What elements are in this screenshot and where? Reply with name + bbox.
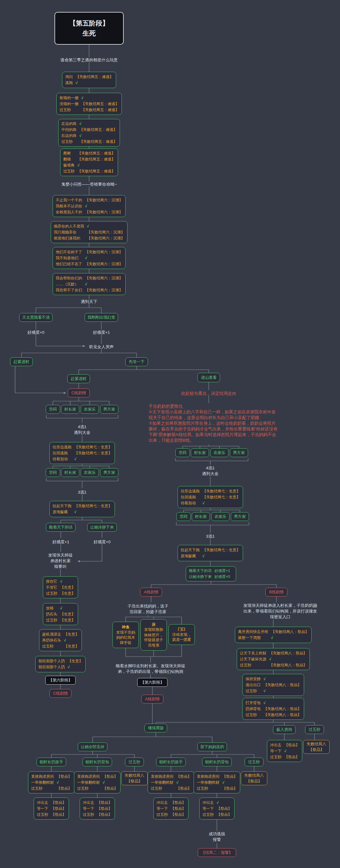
- c-line-1[interactable]: C线剧情: [68, 389, 90, 397]
- choice-hallucination[interactable]: 我刚刚出现幻觉: [85, 313, 118, 322]
- opt-hide-corner[interactable]: 爬树【失败结局五：难逃】翻墙【失败结局五：难逃】躲墙角√过五秒【失败结局五：难逃…: [60, 149, 118, 176]
- favor-0-a[interactable]: 好感度+0: [27, 330, 45, 335]
- fail8-box-2[interactable]: 失败结局八【祭品】: [121, 771, 148, 785]
- loc-nanfang-3[interactable]: 男方家: [230, 448, 248, 457]
- a-line-1[interactable]: A线剧情: [140, 588, 162, 596]
- choice-wait5-b[interactable]: 过五秒: [305, 725, 324, 734]
- opt-final-1[interactable]: 冲出去【祭品】等一下【祭品】过五秒【祭品】: [34, 798, 69, 819]
- opt-coffin-flip-2[interactable]: 直接跑进房间【祭品】一举推翻棺材√过五秒【祭品】: [74, 771, 120, 794]
- fail8-box-1[interactable]: 失败结局八【祭品】: [303, 740, 330, 754]
- b-line-text[interactable]: 发现张天师徒弟进入村长家，子浩奶奶蹦出来，带领着我们钻狗洞，并误打误撞发现密室入…: [243, 603, 317, 620]
- loc-nongjiale-4[interactable]: 农家乐: [211, 512, 229, 521]
- choice-wait5-d[interactable]: 过五秒: [245, 757, 263, 766]
- loc-nanfang-4[interactable]: 男方家: [231, 512, 249, 521]
- loc-nanfang-1[interactable]: 男方家: [100, 405, 118, 414]
- opt-rush-or-wait[interactable]: 冲出去【祭品】等一下√过五秒【祭品】: [267, 740, 302, 762]
- pick4-dajin-1[interactable]: 4选1遇到大金: [74, 424, 90, 435]
- ending-2[interactable]: 【结局二：报警】: [198, 848, 236, 857]
- loc-cunzhang-1[interactable]: 村长家: [61, 405, 79, 414]
- opt-coffin-leave[interactable]: 离开房间快去开棺【失败结局八：祭品】观察一下周围√: [235, 627, 312, 643]
- ghost-quiz-text[interactable]: 鬼婴小问答——答错要你命呦~: [61, 182, 117, 187]
- opt-cat-release[interactable]: 放猫√扔石头【生意】过五秒【生意】: [43, 603, 78, 625]
- opt-dajin-2[interactable]: 往旁边逃跑【失败结局七：生意】往回逃跑【失败结局七：生意】待着别动√: [177, 486, 243, 508]
- c-line-2[interactable]: C线剧情: [50, 689, 72, 698]
- fail8-box-3[interactable]: 失败结局八【祭品】: [241, 771, 267, 785]
- loc-nongjiale-3[interactable]: 农家乐: [210, 448, 229, 457]
- opt-dajin-1[interactable]: 往旁边逃跑【失败结局七：生意】往回逃跑【失败结局七：生意】待着别动√: [50, 442, 115, 464]
- choice-enter-village-1[interactable]: 赶紧进村: [10, 358, 33, 366]
- choice-enter-village-2[interactable]: 赶紧进村: [67, 374, 90, 383]
- opt-light[interactable]: 让天下关上棺材【失败结局八：祭品】让天下破坏光源√过五秒【失败结局八：祭品】: [237, 648, 310, 670]
- choice-enter-mountain[interactable]: 进山查看: [197, 373, 220, 382]
- door-box[interactable]: 门口没啥发现，就是一团雾: [168, 624, 195, 645]
- opt-cat-press[interactable]: 按住它√不管它【生意】过五秒【生意】: [43, 576, 78, 598]
- choice-drop-all[interactable]: 让她全部丢掉: [78, 742, 107, 751]
- opt-final-2[interactable]: 冲出去【祭品】等一下【祭品】过五秒【祭品】: [80, 798, 115, 819]
- opt-coffin-flip-3[interactable]: 直接跑进房间【祭品】一举推翻棺材√过五秒【祭品】: [148, 771, 194, 794]
- loc-nongjiale-2[interactable]: 农家乐: [81, 468, 99, 477]
- opt-three-roads[interactable]: 左边的路√中间的路【失败结局五：难逃】右边的路√过五秒【失败结局五：难逃】: [58, 119, 120, 147]
- loc-zongci-4[interactable]: 宗祠: [176, 512, 191, 521]
- opt-final-4[interactable]: 冲出去√等一下【祭品】过五秒【祭品】: [199, 798, 234, 819]
- choice-keep-gift[interactable]: 留下妈妈送的: [197, 742, 227, 751]
- shrine-box[interactable]: 神龛发现子浩妈妈的红线木牌手链: [112, 622, 139, 648]
- woman-cry-text[interactable]: 听见女人哭声: [89, 344, 114, 350]
- key-point-note[interactable]: 此处较为重点，决定结局走向: [181, 391, 236, 396]
- opt-backpack[interactable]: 打开背包√扔掉背包【失败结局八：祭品】过五秒【失败结局八：祭品】: [243, 698, 304, 720]
- loc-cunzhang-4[interactable]: 村长家: [192, 512, 210, 521]
- opt-final-3[interactable]: 冲出去【祭品】等一下【祭品】过五秒【祭品】: [153, 798, 189, 819]
- opt-pull-run-2[interactable]: 拉起天下跑【失败结局七：生意】原地躲藏√: [177, 545, 243, 561]
- opt-cat-side[interactable]: 有猫的一侧√没猫的一侧【失败结局五：难逃】过五秒【失败结局五：难逃】: [56, 93, 122, 115]
- choice-hide-room[interactable]: 躲入房间: [273, 725, 295, 734]
- opt-coffin-flip-4[interactable]: 直接跑进房间【祭品】一举推翻棺材√过五秒【祭品】: [194, 771, 240, 794]
- favor-1-b[interactable]: 好感度+1: [52, 539, 69, 545]
- bed-box[interactable]: 床发现双胞胎妹妹照片，怀疑就是子浩母亲: [140, 619, 167, 651]
- cat-howl-text[interactable]: 发现张天师徒弟进村长家猫要叫: [48, 553, 73, 569]
- opt-quiz-1[interactable]: 不止我一个干的【失败结局六：沉塘】我根本不认识你√全都是别人干的【失败结局六：沉…: [53, 195, 125, 217]
- loc-zongci-1[interactable]: 宗祠: [46, 405, 60, 414]
- loc-nanfang-2[interactable]: 男方家: [100, 468, 118, 477]
- loc-zongci-2[interactable]: 宗祠: [46, 468, 60, 477]
- loc-zongci-3[interactable]: 宗祠: [175, 448, 190, 457]
- orangebox-line: 失败结局八: [244, 773, 264, 778]
- choice-wait5-c[interactable]: 过五秒: [125, 757, 144, 766]
- choice-throw-bag-1[interactable]: 朝村长扔背包: [83, 757, 112, 766]
- stage6-left[interactable]: 【第六阶段】: [45, 676, 76, 685]
- meet-tianxia-text[interactable]: 遇到天下: [81, 299, 97, 305]
- b-line-1[interactable]: B线剧情: [265, 588, 287, 596]
- continue-deal[interactable]: 继续周旋: [144, 723, 167, 733]
- choice-wait-first[interactable]: 先等一下: [125, 358, 148, 366]
- stage5-title[interactable]: 【第五阶段】生死: [54, 12, 124, 45]
- pick3-2[interactable]: 3选1: [206, 534, 215, 539]
- choice-calm-her[interactable]: 让她冷静下来: [87, 523, 117, 532]
- opt-throw-stone[interactable]: 趁机溜进去【生意】再扔块石头√过五秒【生意】: [39, 629, 82, 651]
- loc-nongjiale-1[interactable]: 农家乐: [81, 405, 99, 414]
- opt-pull-run-1[interactable]: 拉起天下跑【失败结局七：生意】原地躲藏√: [50, 501, 115, 517]
- zihao-text[interactable]: 子浩出来找妈妈，送子浩回家，拍摄子浩家: [128, 603, 168, 615]
- intro-text[interactable]: 逃命第三季之遇的都是什么玩意: [60, 57, 118, 63]
- opt-coffin-flip-1[interactable]: 直接跑进房间【祭品】一举推翻棺材√过五秒【祭品】: [28, 771, 75, 794]
- choice-throw-bag-2[interactable]: 朝村长扔背包: [202, 757, 232, 766]
- choice-follow-words[interactable]: 顺着天下的话: [46, 523, 76, 532]
- escape-text[interactable]: 成功逃脱报警: [209, 831, 225, 842]
- loc-cunzhang-2[interactable]: 村长家: [61, 468, 79, 477]
- loc-cunzhang-3[interactable]: 村长家: [191, 448, 209, 457]
- opt-ask-run[interactable]: 询问【失败结局五：难逃】逃跑√: [62, 72, 116, 88]
- a-line-2[interactable]: A线剧情: [141, 695, 163, 704]
- opt-favor-pair[interactable]: 顺着天下的话好感度+1让她冷静下来好感度+0: [186, 566, 236, 581]
- grandma-note[interactable]: 子浩奶奶的爱恨仇①天下发现小美碑上的八字和自己一样，如果之前在农家院衣柜中发现关…: [149, 404, 278, 443]
- opt-throw-person[interactable]: 朝前面那个人扔【生意】朝后面那个人扔√: [35, 656, 86, 672]
- pick4-dajin-2[interactable]: 4选1遇到大金: [202, 465, 219, 477]
- favor-0-b[interactable]: 好感度+0: [93, 539, 111, 545]
- footprint-text[interactable]: 顺着水脚印走到村长家。发现张天师徒弟，子浩奶奶出现，带领我们钻狗洞: [116, 663, 186, 675]
- opt-quiet[interactable]: 保持安静√逃出出口【失败结局八：祭品】过五秒√: [243, 674, 304, 696]
- opt-quiz-2[interactable]: 抛弃你的人不是我√我只能抛弃你【失败结局六：沉塘】都是他们逼我的【失败结局六：沉…: [51, 221, 128, 243]
- choice-too-dark[interactable]: 天太黑我看不清: [19, 313, 53, 322]
- opt-quiz-4[interactable]: 我会帮助你们的【失败结局六：沉塘】……（沉默）√我也帮不了你们【失败结局六：沉塘…: [53, 273, 125, 295]
- pick3-1[interactable]: 3选1: [78, 490, 86, 495]
- stage6-mid[interactable]: 【第六阶段】: [137, 678, 168, 687]
- choice-throw-wrench-1[interactable]: 朝村长扔扳手: [36, 757, 66, 766]
- opt-quiz-3[interactable]: 他们不在村子了【失败结局六：沉塘】我不知道他们√他们已经不在了【失败结局六：沉塘…: [53, 247, 125, 269]
- favor-1-a[interactable]: 好感度+1: [93, 330, 110, 335]
- choice-throw-wrench-2[interactable]: 朝村长扔扳手: [156, 757, 186, 766]
